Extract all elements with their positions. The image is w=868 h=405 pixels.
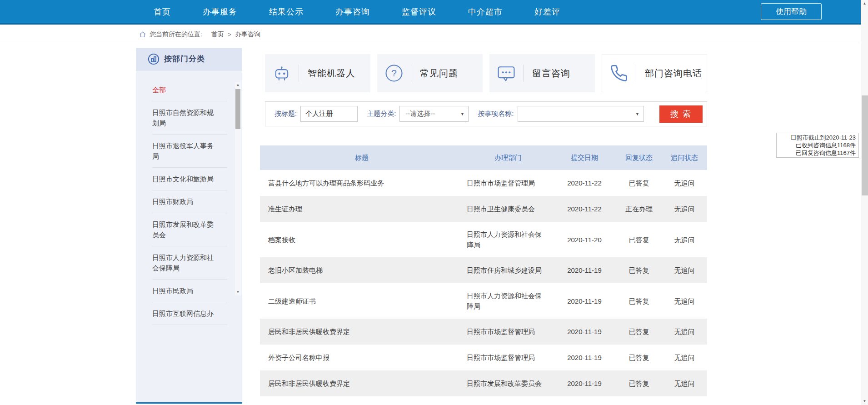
row-title-link[interactable]: 居民和非居民供暖收费界定 bbox=[260, 319, 464, 344]
row-reply-status: 正在办理 bbox=[616, 196, 662, 221]
topic-select-value: --请选择-- bbox=[405, 110, 435, 118]
sidebar-scroll-up-icon[interactable]: ▲ bbox=[235, 82, 241, 88]
item-filter-label: 按事项名称: bbox=[478, 110, 514, 118]
row-date: 2020-11-19 bbox=[553, 258, 616, 283]
row-title-link[interactable]: 二级建造师证书 bbox=[260, 289, 464, 314]
row-title-link[interactable]: 老旧小区加装电梯 bbox=[260, 258, 464, 283]
sidebar-item-all[interactable]: 全部 bbox=[152, 79, 227, 101]
scroll-down-icon[interactable]: ▼ bbox=[861, 398, 868, 405]
table-header-row: 标题 办理部门 提交日期 回复状态 追问状态 bbox=[260, 145, 707, 170]
table-row: 档案接收 日照市人力资源和社会保障局 2020-11-20 已答复 无追问 bbox=[260, 222, 707, 257]
row-title-link[interactable]: 莒县什么地方可以办理商品条形码业务 bbox=[260, 170, 464, 195]
nav-item-intermediary[interactable]: 中介超市 bbox=[468, 6, 503, 17]
scroll-thumb[interactable] bbox=[862, 95, 868, 195]
topic-filter-label: 主题分类: bbox=[367, 110, 396, 118]
row-title-link[interactable]: 居民和非居民供暖收费界定 bbox=[260, 371, 464, 396]
row-followup-status: 无追问 bbox=[662, 227, 707, 252]
row-reply-status: 已答复 bbox=[616, 258, 662, 283]
table-row: 居民和非居民供暖收费界定 日照市发展和改革委员会 2020-11-19 已答复 … bbox=[260, 370, 707, 396]
card-divider bbox=[299, 65, 299, 82]
help-button[interactable]: 使用帮助 bbox=[761, 3, 822, 20]
row-date: 2020-11-22 bbox=[553, 170, 616, 195]
page-scrollbar[interactable]: ▲ ▼ bbox=[861, 0, 868, 405]
row-department: 日照市卫生健康委员会 bbox=[464, 196, 553, 221]
breadcrumb-separator: > bbox=[228, 31, 231, 38]
item-name-select[interactable]: ▼ bbox=[518, 106, 644, 122]
row-title-link[interactable]: 外资子公司名称申报 bbox=[260, 345, 464, 370]
robot-icon bbox=[265, 64, 299, 83]
row-date: 2020-11-19 bbox=[553, 345, 616, 370]
table-row: 二级建造师证书 日照市人力资源和社会保障局 2020-11-19 已答复 无追问 bbox=[260, 283, 707, 319]
row-followup-status: 无追问 bbox=[662, 258, 707, 283]
row-followup-status: 无追问 bbox=[662, 196, 707, 221]
card-divider bbox=[411, 65, 411, 82]
message-card[interactable]: 留言咨询 bbox=[489, 54, 595, 92]
title-search-input[interactable] bbox=[300, 106, 358, 122]
breadcrumb-home-link[interactable]: 首页 bbox=[211, 30, 224, 39]
sidebar-scroll-thumb[interactable] bbox=[235, 89, 240, 129]
svg-text:?: ? bbox=[391, 68, 397, 78]
scroll-up-icon[interactable]: ▲ bbox=[861, 0, 868, 7]
nav-item-services[interactable]: 办事服务 bbox=[203, 6, 237, 17]
sidebar-item-internet-info[interactable]: 日照市互联网信息办 bbox=[152, 302, 227, 325]
chevron-down-icon: ▼ bbox=[635, 111, 640, 116]
search-bar: 按标题: 主题分类: --请选择-- ▼ 按事项名称: ▼ 搜 索 bbox=[265, 101, 707, 126]
topic-select[interactable]: --请选择-- ▼ bbox=[399, 106, 469, 122]
nav-item-consultation[interactable]: 办事咨询 bbox=[335, 6, 370, 17]
row-department: 日照市人力资源和社会保障局 bbox=[464, 283, 553, 319]
sidebar-scroll-down-icon[interactable]: ▼ bbox=[235, 289, 241, 295]
nav-item-rating[interactable]: 好差评 bbox=[534, 6, 560, 17]
sidebar-scrollbar[interactable]: ▲ ▼ bbox=[235, 82, 241, 295]
row-reply-status: 已答复 bbox=[616, 289, 662, 314]
row-date: 2020-11-22 bbox=[553, 196, 616, 221]
consultation-table: 标题 办理部门 提交日期 回复状态 追问状态 莒县什么地方可以办理商品条形码业务… bbox=[260, 145, 707, 396]
nav-item-results[interactable]: 结果公示 bbox=[269, 6, 304, 17]
row-department: 日照市住房和城乡建设局 bbox=[464, 258, 553, 283]
top-navbar: 首页 办事服务 结果公示 办事咨询 监督评议 中介超市 好差评 使用帮助 bbox=[0, 0, 861, 25]
row-followup-status: 无追问 bbox=[662, 170, 707, 195]
phone-card[interactable]: 部门咨询电话 bbox=[602, 54, 707, 92]
faq-card[interactable]: ? 常见问题 bbox=[377, 54, 483, 92]
sidebar-item-finance[interactable]: 日照市财政局 bbox=[152, 190, 227, 213]
sidebar-item-civil-affairs[interactable]: 日照市民政局 bbox=[152, 280, 227, 302]
sidebar-item-culture-tourism[interactable]: 日照市文化和旅游局 bbox=[152, 168, 227, 190]
card-divider bbox=[636, 65, 636, 82]
title-filter-label: 按标题: bbox=[274, 110, 297, 118]
row-title-link[interactable]: 档案接收 bbox=[260, 227, 464, 252]
card-label: 部门咨询电话 bbox=[645, 67, 702, 80]
page: 首页 办事服务 结果公示 办事咨询 监督评议 中介超市 好差评 使用帮助 您当前… bbox=[0, 0, 868, 405]
department-sidebar: 按部门分类 全部 日照市自然资源和规划局 日照市退役军人事务局 日照市文化和旅游… bbox=[136, 48, 242, 404]
question-icon: ? bbox=[377, 64, 411, 83]
search-button[interactable]: 搜 索 bbox=[659, 105, 703, 123]
row-title-link[interactable]: 准生证办理 bbox=[260, 196, 464, 221]
breadcrumb-current: 办事咨询 bbox=[235, 30, 260, 39]
card-divider bbox=[523, 65, 524, 82]
sidebar-item-human-resources[interactable]: 日照市人力资源和社会保障局 bbox=[152, 246, 227, 280]
stats-line: 已回复咨询信息1167件 bbox=[779, 149, 856, 157]
quick-links: 智能机器人 ? 常见问题 留 bbox=[265, 54, 707, 92]
table-row: 莒县什么地方可以办理商品条形码业务 日照市市场监督管理局 2020-11-22 … bbox=[260, 170, 707, 196]
row-reply-status: 已答复 bbox=[616, 170, 662, 195]
table-row: 准生证办理 日照市卫生健康委员会 2020-11-22 正在办理 无追问 bbox=[260, 196, 707, 222]
row-department: 日照市市场监督管理局 bbox=[464, 170, 553, 195]
card-label: 常见问题 bbox=[420, 67, 458, 80]
row-reply-status: 已答复 bbox=[616, 319, 662, 344]
sidebar-item-veterans-affairs[interactable]: 日照市退役军人事务局 bbox=[152, 135, 227, 168]
sidebar-item-development-reform[interactable]: 日照市发展和改革委员会 bbox=[152, 213, 227, 246]
nav-item-home[interactable]: 首页 bbox=[154, 6, 171, 17]
header-date: 提交日期 bbox=[553, 154, 616, 162]
robot-card[interactable]: 智能机器人 bbox=[265, 54, 370, 92]
row-department: 日照市人力资源和社会保障局 bbox=[464, 222, 553, 257]
row-followup-status: 无追问 bbox=[662, 345, 707, 370]
row-reply-status: 已答复 bbox=[616, 345, 662, 370]
card-label: 留言咨询 bbox=[532, 67, 570, 80]
table-row: 外资子公司名称申报 日照市市场监督管理局 2020-11-19 已答复 无追问 bbox=[260, 345, 707, 370]
sidebar-item-natural-resources[interactable]: 日照市自然资源和规划局 bbox=[152, 101, 227, 135]
message-icon bbox=[489, 63, 523, 83]
nav-item-supervision[interactable]: 监督评议 bbox=[402, 6, 436, 17]
breadcrumb: 您当前所在的位置: 首页 > 办事咨询 bbox=[0, 26, 861, 43]
row-department: 日照市发展和改革委员会 bbox=[464, 371, 553, 396]
table-row: 居民和非居民供暖收费界定 日照市市场监督管理局 2020-11-19 已答复 无… bbox=[260, 319, 707, 345]
row-date: 2020-11-19 bbox=[553, 289, 616, 314]
header-title: 标题 bbox=[260, 154, 464, 162]
